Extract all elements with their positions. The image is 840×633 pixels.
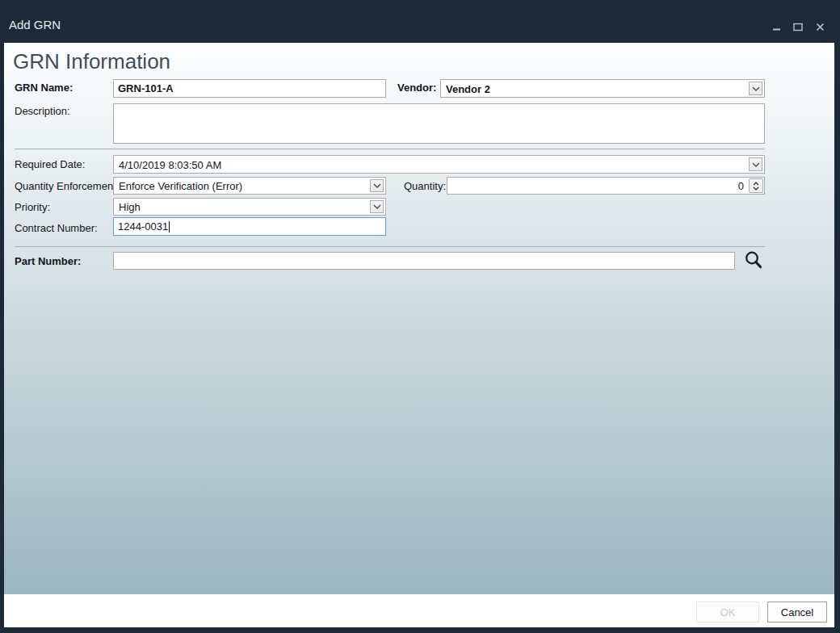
minimize-button[interactable] — [769, 20, 783, 33]
required-date-label: Required Date: — [15, 158, 85, 170]
part-number-input[interactable] — [113, 252, 735, 270]
chevron-down-icon — [373, 204, 381, 209]
dialog-footer: OK Cancel — [4, 594, 834, 627]
window-controls — [769, 20, 827, 33]
contract-number-value: 1244-0031 — [118, 220, 168, 233]
page-title: GRN Information — [13, 49, 170, 74]
priority-select[interactable]: High — [113, 198, 386, 216]
chevron-up-icon — [753, 182, 759, 186]
priority-selected-value: High — [119, 201, 141, 213]
chevron-down-icon — [752, 86, 760, 91]
dialog-content: GRN Information GRN Name: Vendor: Vendor… — [4, 43, 834, 594]
part-number-search-button[interactable] — [742, 249, 765, 272]
text-caret — [169, 221, 170, 233]
divider — [15, 149, 765, 149]
vendor-label: Vendor: — [397, 82, 436, 94]
close-icon — [816, 23, 825, 31]
chevron-down-icon — [752, 162, 760, 167]
quantity-enforcement-select[interactable]: Enforce Verification (Error) — [113, 177, 386, 195]
contract-number-label: Contract Number: — [15, 222, 98, 234]
chevron-down-icon — [753, 187, 759, 191]
grn-name-input[interactable] — [113, 79, 386, 98]
quantity-stepper[interactable]: 0 — [447, 177, 765, 195]
required-date-value: 4/10/2019 8:03:50 AM — [119, 158, 221, 170]
add-grn-dialog: Add GRN GRN Information GRN Name: Vendor… — [0, 0, 840, 633]
chevron-down-icon — [373, 183, 381, 188]
quantity-spin-buttons[interactable] — [749, 178, 763, 193]
divider — [15, 246, 765, 247]
priority-dropdown-button[interactable] — [370, 200, 384, 213]
quantity-label: Quantity: — [404, 180, 446, 192]
window-title: Add GRN — [9, 18, 61, 31]
quantity-enforcement-label: Quantity Enforcement: — [15, 180, 119, 192]
title-bar: Add GRN — [0, 0, 840, 43]
cancel-button[interactable]: Cancel — [767, 602, 827, 623]
close-button[interactable] — [813, 20, 827, 33]
description-label: Description: — [15, 105, 70, 117]
ok-button[interactable]: OK — [696, 602, 759, 623]
quantity-enforcement-dropdown-button[interactable] — [370, 179, 384, 192]
maximize-icon — [793, 23, 803, 31]
maximize-button[interactable] — [791, 20, 805, 33]
vendor-select[interactable]: Vendor 2 — [440, 79, 765, 98]
required-date-dropdown-button[interactable] — [749, 157, 762, 171]
part-number-label: Part Number: — [15, 255, 81, 267]
quantity-enforcement-value: Enforce Verification (Error) — [119, 180, 242, 192]
description-textarea[interactable] — [113, 103, 765, 144]
quantity-value: 0 — [738, 180, 744, 192]
grn-name-label: GRN Name: — [15, 82, 73, 94]
search-icon — [743, 249, 764, 270]
required-date-select[interactable]: 4/10/2019 8:03:50 AM — [113, 155, 765, 174]
vendor-selected-value: Vendor 2 — [446, 82, 490, 94]
contract-number-input[interactable]: 1244-0031 — [113, 217, 386, 236]
priority-label: Priority: — [15, 201, 50, 213]
vendor-dropdown-button[interactable] — [749, 82, 762, 95]
minimize-icon — [772, 23, 781, 31]
